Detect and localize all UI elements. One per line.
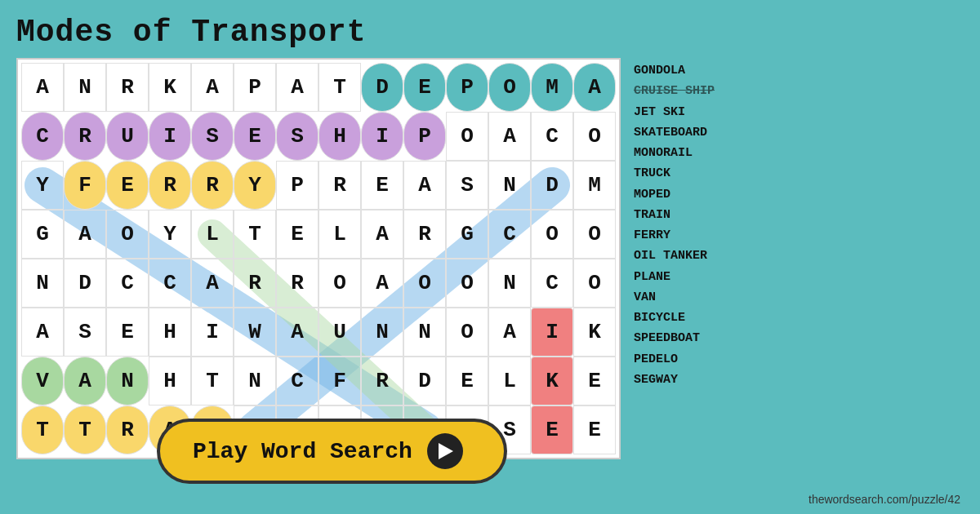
grid-cell: O	[573, 210, 616, 259]
grid-cell: H	[149, 308, 191, 357]
grid-cell: K	[573, 308, 616, 357]
grid-cell: N	[488, 161, 531, 210]
grid-cell: E	[106, 161, 149, 210]
play-icon	[427, 433, 463, 469]
grid-cell: C	[488, 210, 531, 259]
word-list-item: PEDELO	[634, 350, 760, 369]
word-list-item: GONDOLA	[634, 61, 760, 80]
grid-cell: E	[361, 161, 403, 210]
grid-cell: T	[64, 405, 106, 454]
grid-cell: T	[191, 357, 234, 405]
word-list-item: VAN	[634, 288, 760, 307]
grid-cell: S	[446, 161, 488, 210]
grid-cell: C	[531, 112, 573, 161]
grid-cell: I	[149, 112, 191, 161]
grid-cell: A	[276, 308, 318, 357]
grid-cell: E	[573, 405, 616, 454]
grid-cell: D	[64, 259, 106, 308]
grid-cell: I	[361, 112, 403, 161]
grid-cell: E	[276, 210, 318, 259]
grid-cell: E	[573, 357, 616, 405]
grid-cell: P	[446, 63, 488, 112]
main-area: ANRKAPATDEPOMACRUISESHIPOACOYFERRYPREASN…	[16, 58, 964, 459]
grid-cell: E	[531, 405, 573, 454]
word-list-item: FERRY	[634, 226, 760, 245]
grid-cell: R	[106, 63, 149, 112]
grid-cell: O	[318, 259, 361, 308]
grid-wrapper: ANRKAPATDEPOMACRUISESHIPOACOYFERRYPREASN…	[16, 58, 621, 459]
grid-cell: A	[488, 112, 531, 161]
grid-cell: M	[531, 63, 573, 112]
watermark: thewordsearch.com/puzzle/42	[808, 493, 960, 506]
word-list-item: CRUISE SHIP	[634, 82, 760, 100]
grid-cell: C	[531, 259, 573, 308]
grid-cell: S	[276, 112, 318, 161]
grid-cell: Y	[21, 161, 64, 210]
grid-cell: S	[191, 112, 234, 161]
grid-cell: A	[403, 161, 446, 210]
grid-cell: Y	[149, 210, 191, 259]
grid-cell: N	[403, 308, 446, 357]
grid-cell: R	[403, 210, 446, 259]
play-button[interactable]: Play Word Search	[157, 419, 507, 484]
word-list-item: JET SKI	[634, 103, 760, 122]
grid-cell: O	[531, 210, 573, 259]
grid-cell: G	[21, 210, 64, 259]
grid-cell: A	[64, 357, 106, 405]
grid-cell: A	[21, 308, 64, 357]
grid-cell: A	[361, 210, 403, 259]
grid-cell: H	[318, 112, 361, 161]
grid-cell: O	[573, 259, 616, 308]
grid-cell: E	[106, 308, 149, 357]
grid-cell: A	[191, 63, 234, 112]
grid-cell: D	[361, 63, 403, 112]
grid-cell: E	[446, 357, 488, 405]
word-list-item: TRAIN	[634, 206, 760, 224]
grid-cell: P	[234, 63, 276, 112]
grid-cell: O	[488, 63, 531, 112]
word-list-item: OIL TANKER	[634, 246, 760, 265]
grid-cell: D	[531, 161, 573, 210]
grid-cell: L	[318, 210, 361, 259]
word-list: GONDOLACRUISE SHIPJET SKISKATEBOARDMONOR…	[634, 58, 760, 459]
grid-cell: R	[318, 161, 361, 210]
grid-cell: Y	[234, 161, 276, 210]
grid-cell: U	[318, 308, 361, 357]
word-list-item: MOPED	[634, 185, 760, 204]
word-list-item: PLANE	[634, 268, 760, 286]
grid-cell: P	[403, 112, 446, 161]
grid-cell: R	[106, 405, 149, 454]
grid-cell: N	[21, 259, 64, 308]
grid-cell: R	[234, 259, 276, 308]
word-list-item: SKATEBOARD	[634, 123, 760, 142]
grid-cell: T	[318, 63, 361, 112]
play-button-label: Play Word Search	[193, 439, 412, 464]
grid-cell: C	[21, 112, 64, 161]
grid-cell: N	[234, 357, 276, 405]
grid-cell: S	[64, 308, 106, 357]
grid-cell: E	[403, 63, 446, 112]
grid-cell: N	[64, 63, 106, 112]
word-list-item: BICYCLE	[634, 308, 760, 327]
grid-cell: R	[149, 161, 191, 210]
grid-cell: M	[573, 161, 616, 210]
grid-cell: O	[106, 210, 149, 259]
play-button-overlay[interactable]: Play Word Search	[157, 419, 507, 484]
grid-cell: A	[64, 210, 106, 259]
grid-cell: O	[446, 112, 488, 161]
grid-cell: N	[488, 259, 531, 308]
grid-cell: K	[531, 357, 573, 405]
grid-cell: O	[403, 259, 446, 308]
grid-cell: O	[573, 112, 616, 161]
grid-cell: A	[361, 259, 403, 308]
grid-cell: I	[191, 308, 234, 357]
grid-cell: I	[531, 308, 573, 357]
grid-cell: W	[234, 308, 276, 357]
grid-cell: O	[446, 259, 488, 308]
page-title: Modes of Transport	[16, 15, 964, 50]
grid-cell: D	[403, 357, 446, 405]
grid-cell: R	[191, 161, 234, 210]
grid-cell: A	[276, 63, 318, 112]
grid-cell: C	[276, 357, 318, 405]
grid-cell: A	[488, 308, 531, 357]
